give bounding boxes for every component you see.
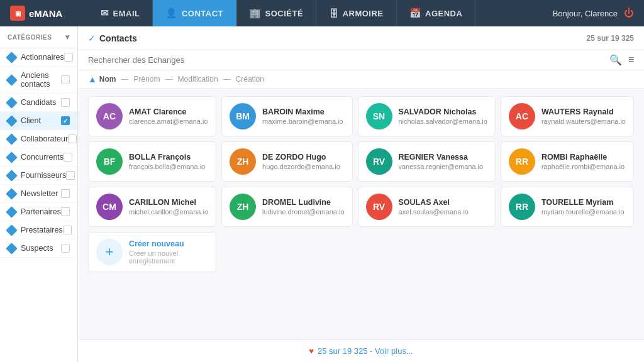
sidebar-checkbox[interactable] — [64, 153, 72, 162]
tag-icon — [6, 52, 17, 63]
nav-item-armoire[interactable]: 🗄ARMOIRE — [316, 0, 396, 26]
sidebar-checkbox[interactable] — [66, 171, 75, 180]
content-header: ✓ Contacts 25 sur 19 325 — [78, 26, 644, 50]
contact-card[interactable]: RR TOURELLE Myriam myriam.tourelle@emana… — [501, 187, 634, 227]
nav-item-contact[interactable]: 👤CONTACT — [153, 0, 236, 26]
contact-email: clarence.amat@emana.io — [129, 118, 208, 125]
sort-nom[interactable]: Nom — [99, 75, 116, 84]
sort-row: ▲ Nom — Prénom — Modification — Création — [78, 70, 644, 89]
content-area: ✓ Contacts 25 sur 19 325 🔍 ≡ ▲ Nom — Pré… — [78, 26, 644, 362]
contact-card[interactable]: RV REGNIER Vanessa vanessa.regnier@emana… — [358, 141, 496, 182]
sidebar-item-fournisseurs[interactable]: Fournisseurs — [0, 167, 77, 185]
avatar: RV — [366, 194, 392, 220]
create-label: Créer nouveau — [129, 239, 208, 248]
tag-icon — [6, 170, 17, 181]
avatar: ZH — [230, 148, 256, 175]
contact-info: DROMEL Ludivine ludivine.dromel@emana.io — [262, 198, 344, 216]
nav-label-email: EMAIL — [113, 9, 140, 18]
contact-card[interactable]: AC AMAT Clarence clarence.amat@emana.io — [88, 96, 216, 136]
nav-item-email[interactable]: ✉EMAIL — [88, 0, 153, 26]
sidebar-checkbox[interactable] — [68, 134, 77, 143]
sort-sep-3: — — [223, 75, 231, 84]
sidebar-item-collaborateur[interactable]: Collaborateur — [0, 130, 77, 148]
nav-right: Bonjour, Clarence ⏻ — [543, 8, 644, 19]
sort-creation[interactable]: Création — [236, 75, 264, 84]
contact-card[interactable]: RR ROMBI Raphaëlle raphaëlle.rombi@emana… — [501, 141, 634, 182]
contact-card[interactable]: ZH DROMEL Ludivine ludivine.dromel@emana… — [221, 187, 352, 227]
chevron-down-icon[interactable]: ▾ — [65, 33, 70, 41]
sidebar-item-suspects[interactable]: Suspects — [0, 239, 77, 258]
contact-grid: AC AMAT Clarence clarence.amat@emana.io … — [78, 89, 644, 339]
sidebar-checkbox[interactable] — [61, 207, 70, 216]
contact-email: raphaëlle.rombi@emana.io — [541, 163, 626, 170]
tag-icon — [6, 224, 17, 236]
contact-card[interactable]: AC WAUTERS Raynald raynald.wauters@emana… — [501, 96, 634, 136]
sidebar-checkbox[interactable] — [63, 226, 72, 234]
sidebar: CATÉGORIES ▾ ActionnairesAnciens contact… — [0, 26, 78, 362]
sidebar-checkbox[interactable] — [61, 189, 70, 198]
contact-info: BOLLA François françois.bolla@emana.io — [129, 153, 208, 170]
contact-info: CARILLON Michel michel.carillon@emana.io — [129, 198, 208, 216]
contact-email: hugo.dezordo@emana.io — [262, 163, 344, 170]
greeting-text: Bonjour, Clarence — [553, 9, 618, 18]
contact-card[interactable]: BM BAROIN Maxime maxime.baroin@emana.io — [221, 96, 352, 136]
sidebar-item-label: Fournisseurs — [21, 171, 66, 180]
sidebar-item-actionnaires[interactable]: Actionnaires — [0, 48, 77, 67]
sort-modification[interactable]: Modification — [178, 75, 218, 84]
avatar: BF — [96, 148, 123, 175]
nav-item-societe[interactable]: 🏢SOCIÉTÉ — [236, 0, 316, 26]
avatar: SN — [366, 103, 392, 129]
check-icon: ✓ — [88, 33, 96, 43]
sidebar-checkbox[interactable] — [61, 75, 70, 84]
contact-email: maxime.baroin@emana.io — [262, 118, 344, 125]
societe-icon: 🏢 — [249, 8, 262, 19]
power-icon[interactable]: ⏻ — [624, 8, 634, 19]
sidebar-checkbox[interactable] — [61, 98, 70, 107]
sidebar-item-newsletter[interactable]: Newsletter — [0, 185, 77, 203]
contact-name: CARILLON Michel — [129, 198, 208, 207]
contact-name: SOULAS Axel — [399, 198, 487, 207]
nav-item-agenda[interactable]: 📅AGENDA — [397, 0, 476, 26]
sidebar-item-anciens-contacts[interactable]: Anciens contacts — [0, 67, 77, 94]
search-input[interactable] — [88, 55, 609, 65]
contact-card[interactable]: ZH DE ZORDO Hugo hugo.dezordo@emana.io — [221, 141, 352, 182]
sidebar-checkbox[interactable]: ✓ — [61, 116, 70, 125]
nav-label-armoire: ARMOIRE — [343, 9, 384, 18]
sidebar-item-candidats[interactable]: Candidats — [0, 94, 77, 112]
contact-card[interactable]: BF BOLLA François françois.bolla@emana.i… — [88, 141, 216, 182]
sidebar-item-partenaires[interactable]: Partenaires — [0, 203, 77, 221]
avatar: ZH — [230, 194, 256, 220]
sidebar-item-label: Newsletter — [21, 189, 58, 198]
avatar: RR — [509, 194, 535, 220]
contact-card[interactable]: SN SALVADOR Nicholas nicholas.salvador@e… — [358, 96, 496, 136]
sort-prenom[interactable]: Prénom — [134, 75, 160, 84]
contact-card[interactable]: RV SOULAS Axel axel.soulas@emana.io — [358, 187, 496, 227]
sidebar-item-client[interactable]: Client✓ — [0, 112, 77, 130]
content-footer[interactable]: ♥ 25 sur 19 325 - Voir plus... — [78, 339, 644, 362]
logo-icon: ▣ — [10, 6, 25, 21]
contact-info: BAROIN Maxime maxime.baroin@emana.io — [262, 107, 344, 125]
create-new-card[interactable]: + Créer nouveau Créer un nouvel enregist… — [88, 232, 216, 272]
filter-icon[interactable]: ≡ — [628, 54, 634, 66]
nav-items: ✉EMAIL👤CONTACT🏢SOCIÉTÉ🗄ARMOIRE📅AGENDA — [88, 0, 475, 26]
sidebar-item-label: Actionnaires — [21, 53, 64, 62]
search-icon[interactable]: 🔍 — [609, 54, 622, 66]
contact-email: françois.bolla@emana.io — [129, 163, 208, 170]
sidebar-checkbox[interactable] — [64, 53, 73, 62]
sidebar-item-prestataires[interactable]: Prestataires — [0, 221, 77, 239]
sidebar-item-label: Suspects — [21, 244, 53, 253]
nav-label-societe: SOCIÉTÉ — [265, 9, 304, 18]
tag-icon — [6, 74, 17, 85]
contact-email: axel.soulas@emana.io — [399, 208, 487, 216]
contact-email: raynald.wauters@emana.io — [541, 118, 626, 125]
sidebar-item-concurrents[interactable]: Concurrents — [0, 148, 77, 167]
sidebar-checkbox[interactable] — [61, 244, 70, 253]
contact-icon: 👤 — [165, 8, 178, 19]
contact-info: TOURELLE Myriam myriam.tourelle@emana.io — [541, 198, 626, 216]
armoire-icon: 🗄 — [329, 8, 339, 19]
contact-card[interactable]: CM CARILLON Michel michel.carillon@emana… — [88, 187, 216, 227]
create-sublabel: Créer un nouvel enregistrement — [129, 250, 208, 265]
contact-info: SALVADOR Nicholas nicholas.salvador@eman… — [399, 107, 487, 125]
agenda-icon: 📅 — [409, 8, 422, 19]
contact-info: REGNIER Vanessa vanessa.regnier@emana.io — [399, 153, 487, 170]
